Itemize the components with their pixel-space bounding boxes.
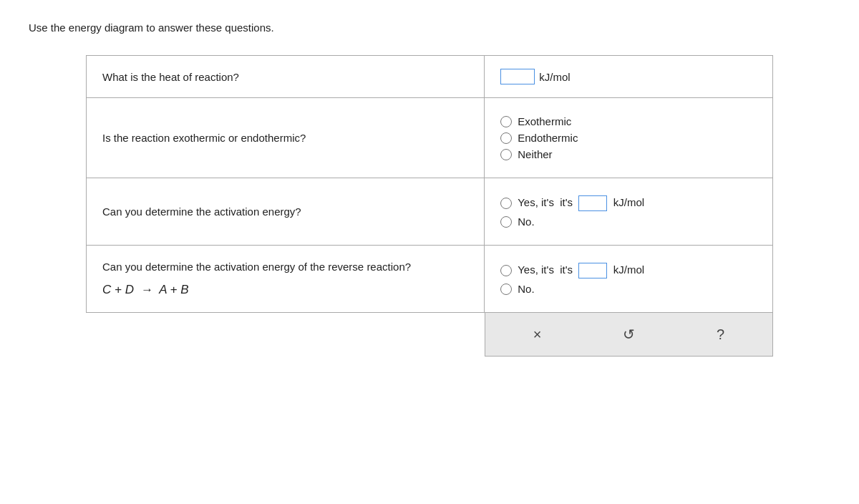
question-cell-2: Is the reaction exothermic or endothermi… xyxy=(87,98,485,178)
table-row: What is the heat of reaction? kJ/mol xyxy=(87,56,773,98)
label-yes1: Yes, it's it's kJ/mol xyxy=(518,195,644,211)
question-cell-4: Can you determine the activation energy … xyxy=(87,246,485,313)
yes-its-label-2: Yes, it's xyxy=(518,263,554,276)
question-text-3: Can you determine the activation energy? xyxy=(102,205,301,218)
label-yes2: Yes, it's it's kJ/mol xyxy=(518,263,644,278)
question-table: What is the heat of reaction? kJ/mol Is … xyxy=(86,55,773,313)
kjmol-label-2: kJ/mol xyxy=(613,196,644,208)
table-row: Can you determine the activation energy … xyxy=(87,246,773,313)
reverse-activation-energy-input[interactable] xyxy=(578,263,607,278)
toolbar-spacer xyxy=(86,313,485,357)
question-text-4b: C + D → A + B xyxy=(102,283,468,297)
question-text-2: Is the reaction exothermic or endothermi… xyxy=(102,132,306,144)
toolbar-area: × ↺ ? xyxy=(485,313,773,357)
kjmol-label-1: kJ/mol xyxy=(539,71,570,83)
radio-row-no1: No. xyxy=(500,215,757,228)
radio-no-1[interactable] xyxy=(500,216,512,228)
toolbar-row: × ↺ ? xyxy=(86,313,773,357)
heat-answer-container: kJ/mol xyxy=(500,69,757,84)
question-cell-3: Can you determine the activation energy? xyxy=(87,178,485,246)
answer-cell-1: kJ/mol xyxy=(485,56,773,98)
yes-its-label-1: Yes, it's xyxy=(518,196,554,208)
answer-cell-3: Yes, it's it's kJ/mol No. xyxy=(485,178,773,246)
help-button[interactable]: ? xyxy=(711,324,730,346)
instruction-text: Use the energy diagram to answer these q… xyxy=(29,21,830,34)
radio-exothermic[interactable] xyxy=(500,116,512,127)
label-no1[interactable]: No. xyxy=(518,215,534,228)
answer-cell-2: Exothermic Endothermic Neither xyxy=(485,98,773,178)
radio-row-endothermic: Endothermic xyxy=(500,132,757,144)
question-cell-1: What is the heat of reaction? xyxy=(87,56,485,98)
radio-yes-1[interactable] xyxy=(500,198,512,209)
radio-row-exothermic: Exothermic xyxy=(500,115,757,127)
label-exothermic[interactable]: Exothermic xyxy=(518,115,571,127)
table-row: Is the reaction exothermic or endothermi… xyxy=(87,98,773,178)
label-no2[interactable]: No. xyxy=(518,283,534,295)
radio-yes-2[interactable] xyxy=(500,265,512,276)
close-button[interactable]: × xyxy=(528,324,548,346)
kjmol-label-3: kJ/mol xyxy=(613,263,644,276)
label-neither[interactable]: Neither xyxy=(518,148,552,160)
question-text-4a: Can you determine the activation energy … xyxy=(102,261,468,273)
table-row: Can you determine the activation energy?… xyxy=(87,178,773,246)
radio-no-2[interactable] xyxy=(500,284,512,295)
heat-of-reaction-input[interactable] xyxy=(500,69,535,84)
radio-row-neither: Neither xyxy=(500,148,757,160)
activation-energy-input[interactable] xyxy=(578,195,607,211)
question-text-1: What is the heat of reaction? xyxy=(102,71,239,83)
radio-neither[interactable] xyxy=(500,149,512,160)
radio-row-yes1: Yes, it's it's kJ/mol xyxy=(500,195,757,211)
radio-endothermic[interactable] xyxy=(500,132,512,144)
radio-row-no2: No. xyxy=(500,283,757,295)
answer-cell-4: Yes, it's it's kJ/mol No. xyxy=(485,246,773,313)
label-endothermic[interactable]: Endothermic xyxy=(518,132,578,144)
radio-row-yes2: Yes, it's it's kJ/mol xyxy=(500,263,757,278)
reset-button[interactable]: ↺ xyxy=(617,323,641,346)
